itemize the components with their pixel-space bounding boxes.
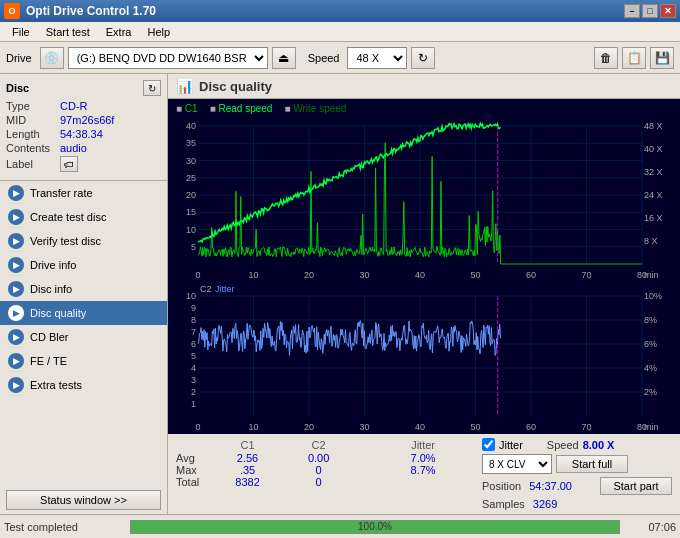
cd-bler-icon: ▶ — [8, 329, 24, 345]
stats-table: C1 C2 Jitter Avg 2.56 0.00 7.0% — [176, 438, 472, 488]
col-c1: C1 — [212, 438, 283, 452]
stats-total-row: Total 8382 0 — [176, 476, 472, 488]
col-jitter: Jitter — [374, 438, 472, 452]
disc-mid-value: 97m26s66f — [60, 114, 114, 126]
nav-transfer-rate[interactable]: ▶ Transfer rate — [0, 181, 167, 205]
close-button[interactable]: ✕ — [660, 4, 676, 18]
nav-cd-bler[interactable]: ▶ CD Bler — [0, 325, 167, 349]
extra-tests-icon: ▶ — [8, 377, 24, 393]
position-label: Position — [482, 480, 521, 492]
disc-mid-label: MID — [6, 114, 60, 126]
nav-transfer-rate-label: Transfer rate — [30, 187, 93, 199]
stats-area: C1 C2 Jitter Avg 2.56 0.00 7.0% — [168, 434, 680, 514]
disc-contents-value: audio — [60, 142, 87, 154]
disc-refresh-button[interactable]: ↻ — [143, 80, 161, 96]
disc-mid-row: MID 97m26s66f — [6, 114, 161, 126]
jitter-checkbox[interactable] — [482, 438, 495, 451]
stats-avg-row: Avg 2.56 0.00 7.0% — [176, 452, 472, 464]
status-bar: Test completed 100.0% 07:06 — [0, 514, 680, 538]
disc-panel: Disc ↻ Type CD-R MID 97m26s66f Length 54… — [0, 74, 167, 181]
disc-type-row: Type CD-R — [6, 100, 161, 112]
nav-fe-te[interactable]: ▶ FE / TE — [0, 349, 167, 373]
progress-text: 100.0% — [131, 521, 619, 533]
c1-chart — [170, 118, 678, 280]
speed-value-stat: 8.00 X — [583, 439, 615, 451]
copy-button[interactable]: 📋 — [622, 47, 646, 69]
stats-right: Jitter Speed 8.00 X 8 X CLV Start full P… — [472, 438, 672, 510]
avg-label: Avg — [176, 452, 212, 464]
maximize-button[interactable]: □ — [642, 4, 658, 18]
create-test-disc-icon: ▶ — [8, 209, 24, 225]
c2-chart-wrapper — [170, 282, 678, 432]
speed-select[interactable]: 48 X — [347, 47, 407, 69]
nav-verify-test-disc-label: Verify test disc — [30, 235, 101, 247]
max-c1: .35 — [212, 464, 283, 476]
col-c2: C2 — [283, 438, 354, 452]
eject-button[interactable]: ⏏ — [272, 47, 296, 69]
stats-max-row: Max .35 0 8.7% — [176, 464, 472, 476]
disc-label-label: Label — [6, 158, 60, 170]
disc-contents-label: Contents — [6, 142, 60, 154]
chart-legend: ■ C1 ■ Read speed ■ Write speed — [170, 101, 678, 116]
disc-header: Disc ↻ — [6, 80, 161, 96]
max-jitter: 8.7% — [374, 464, 472, 476]
start-full-button[interactable]: Start full — [556, 455, 628, 473]
avg-jitter: 7.0% — [374, 452, 472, 464]
nav-disc-info[interactable]: ▶ Disc info — [0, 277, 167, 301]
nav-extra-tests[interactable]: ▶ Extra tests — [0, 373, 167, 397]
nav-cd-bler-label: CD Bler — [30, 331, 69, 343]
drive-label: Drive — [6, 52, 32, 64]
start-part-button[interactable]: Start part — [600, 477, 672, 495]
c1-chart-wrapper — [170, 118, 678, 280]
disc-length-label: Length — [6, 128, 60, 140]
nav-drive-info[interactable]: ▶ Drive info — [0, 253, 167, 277]
save-button[interactable]: 💾 — [650, 47, 674, 69]
nav-items: ▶ Transfer rate ▶ Create test disc ▶ Ver… — [0, 181, 167, 486]
menu-help[interactable]: Help — [139, 24, 178, 40]
content-area: 📊 Disc quality ■ C1 ■ Read speed ■ Write… — [168, 74, 680, 514]
disc-contents-row: Contents audio — [6, 142, 161, 154]
total-c1: 8382 — [212, 476, 283, 488]
disc-type-label: Type — [6, 100, 60, 112]
menu-extra[interactable]: Extra — [98, 24, 140, 40]
content-header: 📊 Disc quality — [168, 74, 680, 99]
nav-fe-te-label: FE / TE — [30, 355, 67, 367]
title-bar-left: O Opti Drive Control 1.70 — [4, 3, 156, 19]
nav-create-test-disc[interactable]: ▶ Create test disc — [0, 205, 167, 229]
jitter-check-row: Jitter Speed 8.00 X — [482, 438, 672, 451]
speed-mode-select[interactable]: 8 X CLV — [482, 454, 552, 474]
drive-info-icon: ▶ — [8, 257, 24, 273]
status-time: 07:06 — [626, 521, 676, 533]
toolbar: Drive 💿 (G:) BENQ DVD DD DW1640 BSRB ⏏ S… — [0, 42, 680, 74]
disc-label-row: Label 🏷 — [6, 156, 161, 172]
write-speed-legend: ■ Write speed — [284, 103, 346, 114]
samples-row: Samples 3269 — [482, 498, 672, 510]
transfer-rate-icon: ▶ — [8, 185, 24, 201]
label-icon[interactable]: 🏷 — [60, 156, 78, 172]
nav-verify-test-disc[interactable]: ▶ Verify test disc — [0, 229, 167, 253]
status-window-button[interactable]: Status window >> — [6, 490, 161, 510]
status-text: Test completed — [4, 521, 124, 533]
erase-button[interactable]: 🗑 — [594, 47, 618, 69]
nav-drive-info-label: Drive info — [30, 259, 76, 271]
nav-extra-tests-label: Extra tests — [30, 379, 82, 391]
samples-label: Samples — [482, 498, 525, 510]
fe-te-icon: ▶ — [8, 353, 24, 369]
verify-test-disc-icon: ▶ — [8, 233, 24, 249]
minimize-button[interactable]: – — [624, 4, 640, 18]
app-icon: O — [4, 3, 20, 19]
speed-label-stat: Speed — [547, 439, 579, 451]
app-title: Opti Drive Control 1.70 — [26, 4, 156, 18]
drive-icon-btn[interactable]: 💿 — [40, 47, 64, 69]
menu-start-test[interactable]: Start test — [38, 24, 98, 40]
read-speed-legend: ■ Read speed — [210, 103, 273, 114]
menu-file[interactable]: File — [4, 24, 38, 40]
c1-legend-label: ■ C1 — [176, 103, 198, 114]
refresh-button[interactable]: ↻ — [411, 47, 435, 69]
speed-mode-row: 8 X CLV Start full — [482, 454, 672, 474]
nav-disc-quality[interactable]: ▶ Disc quality — [0, 301, 167, 325]
avg-c1: 2.56 — [212, 452, 283, 464]
drive-select[interactable]: (G:) BENQ DVD DD DW1640 BSRB — [68, 47, 268, 69]
title-controls: – □ ✕ — [624, 4, 676, 18]
nav-disc-quality-label: Disc quality — [30, 307, 86, 319]
